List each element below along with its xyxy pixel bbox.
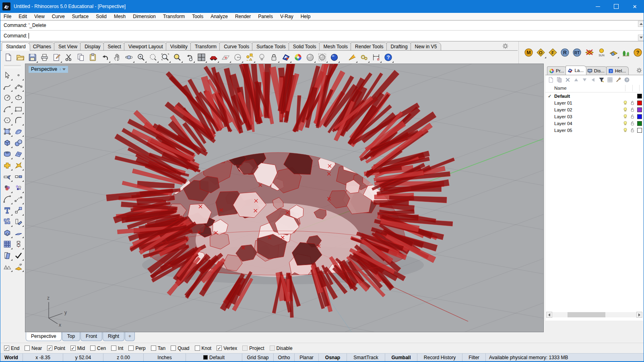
toolbar-gear-icon[interactable] [502,43,509,49]
status-gumball[interactable]: Gumball [385,354,417,361]
new-file-icon[interactable] [2,51,14,63]
vray-fur-icon[interactable]: F [547,46,559,59]
osnap-point-checkbox[interactable] [47,346,52,351]
panel-hscrollbar[interactable] [546,312,642,317]
copy-icon[interactable] [75,51,87,63]
render-blue-icon[interactable] [328,51,340,63]
toolbar-tab-select[interactable]: Select [103,42,126,51]
layer-help-icon[interactable]: ? [623,76,631,84]
render-preview-icon[interactable] [316,51,328,63]
hscroll-thumb[interactable] [568,312,605,317]
osnap-widget-icon[interactable] [244,51,256,63]
osnap-point[interactable]: Point [47,346,65,351]
array-linear-icon[interactable] [13,239,24,250]
save-file-icon[interactable] [27,51,38,63]
osnap-project[interactable]: Project [242,346,264,351]
menu-file[interactable]: File [0,13,15,20]
layer-color-swatch[interactable] [637,114,642,119]
osnap-near-checkbox[interactable] [25,346,30,351]
menu-tools[interactable]: Tools [188,13,207,20]
osnap-knot-checkbox[interactable] [195,346,200,351]
rotate-view-icon[interactable] [123,51,135,63]
trim-icon[interactable] [2,171,13,182]
point-cloud-icon[interactable] [13,182,24,193]
layer-lock-icon[interactable] [630,107,635,112]
osnap-perp-checkbox[interactable] [128,346,134,351]
ellipse-icon[interactable] [13,92,24,103]
osnap-cen-checkbox[interactable] [90,346,95,351]
four-viewports-icon[interactable] [196,51,207,63]
fillet-curve-icon[interactable] [2,193,13,205]
toolbar-tab-render-tools[interactable]: Render Tools [351,42,388,51]
layer-row-layer-01[interactable]: Layer 01 [545,99,643,106]
layer-visibility-bulb-icon[interactable] [623,100,628,105]
osnap-quad[interactable]: Quad [171,346,189,351]
vray-infinite-plane-icon[interactable] [583,46,595,59]
text-icon[interactable] [2,205,13,216]
osnap-perp[interactable]: Perp [128,346,145,351]
dimension-icon[interactable] [370,51,382,63]
box-icon[interactable] [2,137,13,148]
toolbar-tab-visibility[interactable]: Visibility [166,42,192,51]
status-osnap[interactable]: Osnap [319,354,347,361]
layer-name[interactable]: Layer 04 [554,121,572,126]
osnap-mid-checkbox[interactable] [70,346,76,351]
perspective-viewport[interactable]: Perspective z y x [25,64,544,332]
zoom-selected-icon[interactable] [171,51,183,63]
filter-cone-icon[interactable] [346,51,358,63]
osnap-tan[interactable]: Tan [151,346,165,351]
layer-row-layer-03[interactable]: Layer 03 [545,113,643,120]
layer-row-layer-02[interactable]: Layer 02 [545,106,643,113]
lamp-icon[interactable] [256,51,268,63]
palette-grip[interactable] [4,65,21,68]
vray-sphere-light-icon[interactable] [608,46,619,59]
layer-row-default[interactable]: ✓Default [545,93,643,99]
osnap-knot[interactable]: Knot [195,346,212,351]
osnap-tan-checkbox[interactable] [151,346,156,351]
add-viewport-tab[interactable]: + [125,332,135,341]
lock-icon[interactable] [268,51,280,63]
pan-icon[interactable] [111,51,123,63]
toolbar-tab-transform[interactable]: Transform [190,42,221,51]
viewport-tab-right[interactable]: Right [103,332,124,341]
panel-gear-icon[interactable] [636,67,642,74]
toolbar-tab-viewport-layout[interactable]: Viewport Layout [124,42,167,51]
extrude-icon[interactable] [13,227,24,239]
layer-name[interactable]: Layer 03 [554,114,572,119]
menu-analyze[interactable]: Analyze [207,13,231,20]
surface-patch-icon[interactable] [13,126,24,137]
hscroll-track[interactable] [552,312,636,317]
circle-icon[interactable] [2,92,13,103]
viewport-tab-front[interactable]: Front [80,332,102,341]
toolbar-tab-solid-tools[interactable]: Solid Tools [289,42,321,51]
spheres-icon[interactable] [13,137,24,148]
open-file-icon[interactable] [14,51,26,63]
undo-view-icon[interactable] [184,51,195,63]
filter-layers-icon[interactable] [597,76,606,84]
options-gears-icon[interactable] [358,51,370,63]
osnap-disable-checkbox[interactable] [270,346,275,351]
layer-visibility-bulb-icon[interactable] [623,114,628,119]
viewport-tab-top[interactable]: Top [62,332,80,341]
toolbar-tab-display[interactable]: Display [80,42,105,51]
rectangle-icon[interactable] [13,103,24,115]
menu-help[interactable]: Help [297,13,314,20]
zoom-extents-icon[interactable] [159,51,171,63]
vray-materials-icon[interactable]: M [523,46,535,59]
explode-icon[interactable] [13,160,24,171]
menu-curve[interactable]: Curve [48,13,68,20]
osnap-mid[interactable]: Mid [70,346,85,351]
polygon-icon[interactable] [2,115,13,126]
scroll-right-icon[interactable] [636,312,642,318]
layer-name[interactable]: Default [554,94,570,99]
osnap-int[interactable]: Int [111,346,123,351]
layer-color-swatch[interactable] [637,128,642,133]
menu-dimension[interactable]: Dimension [129,13,159,20]
print-icon[interactable] [39,51,50,63]
boolean-icon[interactable] [2,160,13,171]
color-drops-icon[interactable] [2,182,13,193]
layer-name[interactable]: Layer 05 [554,128,572,133]
layer-lock-icon[interactable] [630,114,635,119]
menu-mesh[interactable]: Mesh [110,13,129,20]
viewport-title[interactable]: Perspective [29,66,68,73]
